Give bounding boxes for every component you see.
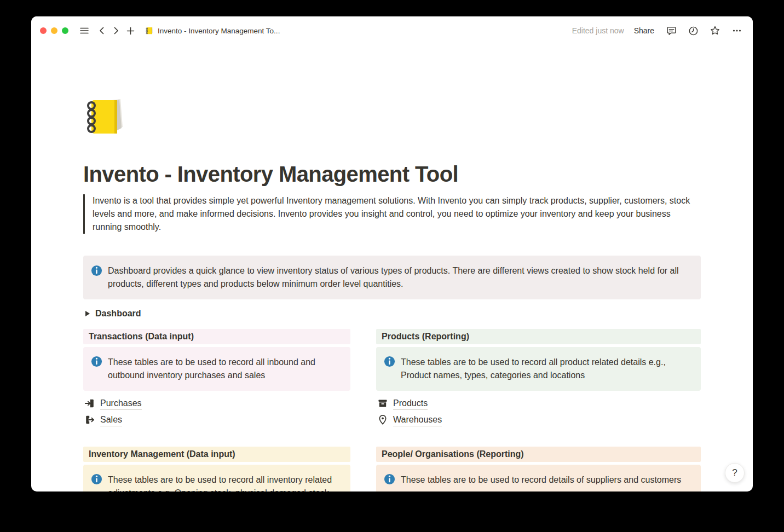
traffic-lights [40, 27, 68, 34]
link-label[interactable]: Sales [100, 414, 122, 426]
info-icon [91, 265, 102, 291]
location-pin-icon [377, 414, 388, 425]
help-button[interactable]: ? [725, 463, 745, 483]
dashboard-callout: Dashboard provides a quick glance to vie… [83, 256, 701, 299]
callout-text: These tables are to be used to record de… [401, 473, 681, 489]
section-title: People/ Organisations (Reporting) [377, 449, 524, 459]
zoom-window-button[interactable] [62, 27, 68, 34]
titlebar: Invento - Inventory Management To... Edi… [31, 16, 753, 45]
info-icon [384, 473, 395, 489]
forward-icon[interactable] [109, 24, 123, 38]
link-label[interactable]: Purchases [100, 397, 142, 410]
link-label[interactable]: Products [393, 397, 428, 410]
products-callout: These tables are to be used to record al… [376, 347, 701, 391]
page-link-sales[interactable]: Sales [83, 412, 350, 428]
page-link-purchases[interactable]: Purchases [83, 395, 350, 412]
dashboard-toggle[interactable]: Dashboard [83, 307, 701, 320]
products-section: Products (Reporting) These tables are to… [376, 329, 701, 428]
columns-row-1: Transactions (Data input) These tables a… [83, 329, 701, 428]
people-organisations-section: People/ Organisations (Reporting) These … [376, 447, 701, 491]
callout-text: These tables are to be used to record al… [108, 356, 342, 382]
toggle-triangle-icon[interactable] [85, 311, 90, 316]
section-title: Transactions (Data input) [84, 332, 194, 341]
archive-box-icon [377, 398, 388, 409]
sidebar-menu-icon[interactable] [77, 24, 91, 38]
app-window: Invento - Inventory Management To... Edi… [31, 16, 753, 491]
section-header-people-organisations: People/ Organisations (Reporting) [376, 447, 701, 462]
page-content: Invento - Inventory Management Tool Inve… [31, 45, 753, 491]
history-clock-icon[interactable] [686, 24, 700, 38]
tab-title[interactable]: Invento - Inventory Management To... [145, 26, 280, 35]
page-icon-ledger[interactable] [83, 94, 126, 137]
people-organisations-callout: These tables are to be used to record de… [376, 465, 701, 491]
inventory-management-section: Inventory Management (Data input) These … [83, 447, 350, 491]
inventory-management-callout: These tables are to be used to record al… [83, 465, 350, 491]
ledger-icon [145, 26, 154, 35]
page-link-warehouses[interactable]: Warehouses [376, 412, 701, 428]
callout-text: These tables are to be used to record al… [108, 473, 342, 491]
link-label[interactable]: Warehouses [393, 414, 442, 426]
close-window-button[interactable] [40, 27, 47, 34]
door-exit-icon [84, 414, 95, 425]
tab-title-label: Invento - Inventory Management To... [158, 27, 280, 35]
info-icon [91, 356, 102, 382]
minimize-window-button[interactable] [51, 27, 57, 34]
info-icon [384, 356, 395, 382]
info-icon [91, 473, 102, 491]
back-icon[interactable] [95, 24, 109, 38]
columns-row-2: Inventory Management (Data input) These … [83, 447, 701, 491]
section-header-transactions: Transactions (Data input) [83, 329, 350, 344]
callout-text: These tables are to be used to record al… [401, 356, 692, 382]
transactions-callout: These tables are to be used to record al… [83, 347, 350, 391]
section-title: Products (Reporting) [377, 332, 469, 341]
favorite-star-icon[interactable] [708, 24, 722, 38]
quote-block: Invento is a tool that provides simple y… [83, 194, 693, 234]
dashboard-callout-text: Dashboard provides a quick glance to vie… [108, 264, 692, 291]
transactions-section: Transactions (Data input) These tables a… [83, 329, 350, 428]
new-tab-icon[interactable] [123, 24, 137, 38]
share-button[interactable]: Share [632, 25, 656, 36]
more-options-icon[interactable] [730, 24, 744, 38]
section-title: Inventory Management (Data input) [84, 449, 235, 459]
section-header-products: Products (Reporting) [376, 329, 701, 344]
dashboard-toggle-label: Dashboard [95, 309, 141, 319]
page-link-products[interactable]: Products [376, 395, 701, 412]
edited-status: Edited just now [572, 26, 624, 35]
page-title: Invento - Inventory Management Tool [83, 162, 701, 187]
section-header-inventory-management: Inventory Management (Data input) [83, 447, 350, 462]
comments-icon[interactable] [664, 24, 678, 38]
door-enter-icon [84, 398, 95, 409]
